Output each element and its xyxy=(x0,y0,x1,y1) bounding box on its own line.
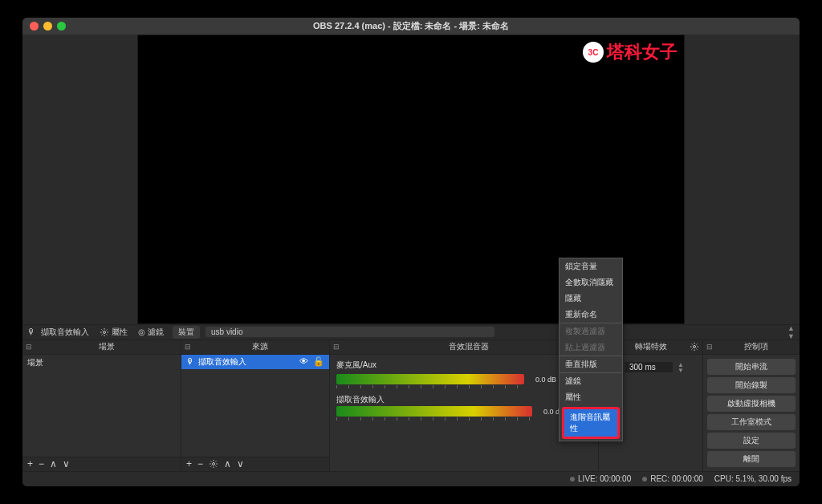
svg-point-4 xyxy=(694,346,696,348)
statusbar: LIVE: 00:00:00 REC: 00:00:00 CPU: 5.1%, … xyxy=(22,471,800,486)
filters-button[interactable]: ◎ 濾鏡 xyxy=(138,327,164,338)
watermark-avatar: 3C xyxy=(583,42,604,63)
device-label: 裝置 xyxy=(173,326,200,339)
mixer-db-value: 0.0 dB xyxy=(527,376,556,384)
scenes-header[interactable]: ⊟ 場景 xyxy=(22,340,181,355)
duration-stepper[interactable]: ▲▼ xyxy=(678,362,684,373)
add-source-button[interactable]: + xyxy=(186,458,192,469)
start-recording-button[interactable]: 開始錄製 xyxy=(707,377,796,393)
gear-icon[interactable] xyxy=(690,342,699,352)
status-rec: REC: 00:00:00 xyxy=(642,474,703,483)
controls-header[interactable]: ⊟ 控制項 xyxy=(703,340,800,355)
virtual-camera-button[interactable]: 啟動虛擬相機 xyxy=(707,396,796,412)
mic-icon: 🎙 xyxy=(186,357,194,366)
gear-icon xyxy=(100,327,109,337)
scenes-panel: ⊟ 場景 場景 + − ∧ ∨ xyxy=(22,340,181,471)
watermark-text: 塔科女子 xyxy=(607,40,678,64)
dock-grip-icon[interactable]: ⊟ xyxy=(26,343,35,351)
sources-panel: ⊟ 來源 🎙 擷取音效輸入 👁 🔓 + − ∧ xyxy=(181,340,330,471)
volume-meter xyxy=(336,406,532,417)
svg-point-0 xyxy=(104,331,106,333)
dock-grip-icon[interactable]: ⊟ xyxy=(333,343,343,351)
status-cpu: CPU: 5.1%, 30.00 fps xyxy=(714,474,791,483)
source-context-bar: 🎙 擷取音效輸入 屬性 ◎ 濾鏡 裝置 usb vidio ▲▼ xyxy=(22,324,800,340)
studio-mode-button[interactable]: 工作室模式 xyxy=(707,414,796,430)
watermark: 3C 塔科女子 xyxy=(583,40,678,64)
source-item-selected[interactable]: 🎙 擷取音效輸入 👁 🔓 xyxy=(181,355,329,369)
svg-point-1 xyxy=(213,463,215,465)
mixer-channel-name: 麥克風/Aux xyxy=(336,360,592,371)
duration-input[interactable]: 300 ms xyxy=(625,362,673,372)
lock-toggle-icon[interactable]: 🔓 xyxy=(313,356,324,367)
volume-meter xyxy=(336,374,524,384)
sources-header[interactable]: ⊟ 來源 xyxy=(181,340,329,355)
visibility-toggle-icon[interactable]: 👁 xyxy=(299,356,308,367)
menu-hide[interactable]: 隱藏 xyxy=(560,291,622,307)
menu-rename[interactable]: 重新命名 xyxy=(560,307,622,323)
selected-source-name: 擷取音效輸入 xyxy=(41,327,89,338)
start-streaming-button[interactable]: 開始串流 xyxy=(707,359,796,375)
dock-panels: ⊟ 場景 場景 + − ∧ ∨ ⊟ 來源 🎙 擷取音效輸入 xyxy=(22,340,800,471)
dock-grip-icon[interactable]: ⊟ xyxy=(185,343,194,351)
scenes-toolbar: + − ∧ ∨ xyxy=(22,457,181,471)
preview-left-gutter xyxy=(22,35,137,324)
menu-advanced-audio-highlighted[interactable]: 進階音訊屬性 xyxy=(562,407,620,439)
scene-item[interactable]: 場景 xyxy=(22,355,181,371)
device-stepper-icon[interactable]: ▲▼ xyxy=(787,324,795,340)
mic-icon: 🎙 xyxy=(27,327,35,336)
window-title: OBS 27.2.4 (mac) - 設定檔: 未命名 - 場景: 未命名 xyxy=(22,20,800,32)
source-item-label: 擷取音效輸入 xyxy=(198,356,246,368)
scene-up-button[interactable]: ∧ xyxy=(50,458,57,469)
app-window: OBS 27.2.4 (mac) - 設定檔: 未命名 - 場景: 未命名 3C… xyxy=(22,18,800,486)
menu-vertical-layout[interactable]: 垂直排版 xyxy=(560,356,622,372)
gear-icon xyxy=(209,459,218,469)
dock-grip-icon[interactable]: ⊟ xyxy=(706,343,716,351)
menu-copy-filters: 複製過濾器 xyxy=(560,323,622,339)
scene-down-button[interactable]: ∨ xyxy=(63,458,70,469)
mixer-context-menu: 鎖定音量 全數取消隱藏 隱藏 重新命名 複製過濾器 貼上過濾器 垂直排版 濾鏡 … xyxy=(559,258,623,441)
properties-button[interactable]: 屬性 xyxy=(100,327,128,338)
filters-icon: ◎ xyxy=(138,327,145,336)
source-down-button[interactable]: ∨ xyxy=(237,458,244,469)
source-settings-button[interactable] xyxy=(209,459,218,469)
settings-button[interactable]: 設定 xyxy=(707,433,796,449)
mixer-header[interactable]: ⊟ 音效混音器 xyxy=(330,340,598,355)
menu-unhide-all[interactable]: 全數取消隱藏 xyxy=(560,274,622,291)
preview-row: 3C 塔科女子 xyxy=(22,35,800,324)
device-dropdown[interactable]: usb vidio xyxy=(206,327,494,337)
remove-source-button[interactable]: − xyxy=(197,458,203,469)
menu-filters[interactable]: 濾鏡 xyxy=(560,373,622,389)
add-scene-button[interactable]: + xyxy=(27,458,33,469)
titlebar[interactable]: OBS 27.2.4 (mac) - 設定檔: 未命名 - 場景: 未命名 xyxy=(22,18,800,35)
rec-dot-icon xyxy=(642,477,647,482)
preview-right-gutter xyxy=(685,35,800,324)
controls-panel: ⊟ 控制項 開始串流 開始錄製 啟動虛擬相機 工作室模式 設定 離開 xyxy=(703,340,800,471)
source-up-button[interactable]: ∧ xyxy=(224,458,231,469)
remove-scene-button[interactable]: − xyxy=(39,458,44,469)
exit-button[interactable]: 離開 xyxy=(707,451,796,467)
sources-toolbar: + − ∧ ∨ xyxy=(181,457,329,471)
menu-paste-filters: 貼上過濾器 xyxy=(560,339,622,356)
live-dot-icon xyxy=(570,477,575,482)
menu-properties[interactable]: 屬性 xyxy=(560,389,622,405)
menu-lock-volume[interactable]: 鎖定音量 xyxy=(560,258,622,274)
status-live: LIVE: 00:00:00 xyxy=(570,474,631,483)
mixer-channel-name: 擷取音效輸入 xyxy=(336,394,592,405)
